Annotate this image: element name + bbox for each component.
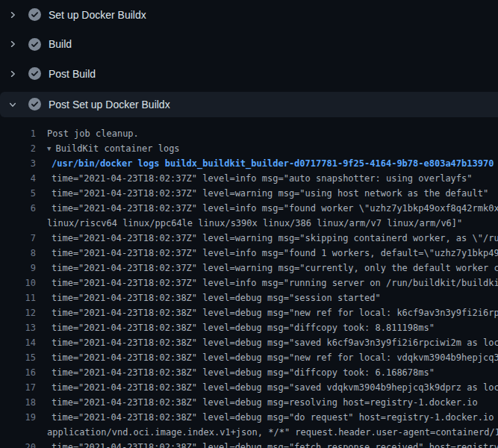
chevron-right-icon[interactable]: [7, 69, 18, 79]
log-line-number[interactable]: 7: [0, 231, 36, 246]
log-line-text: time="2021-04-23T18:02:37Z" level=warnin…: [36, 231, 498, 246]
log-line-text: time="2021-04-23T18:02:37Z" level=info m…: [36, 201, 498, 216]
log-group-toggle[interactable]: ▼BuildKit container logs: [36, 141, 180, 156]
log-line-number: [0, 425, 36, 440]
step-title: Set up Docker Buildx: [49, 9, 146, 21]
log-line-number[interactable]: 10: [0, 276, 36, 290]
log-line-text: time="2021-04-23T18:02:38Z" level=debug …: [36, 305, 498, 320]
step-header-post-build[interactable]: Post Build: [0, 59, 498, 89]
actions-log-viewer: Set up Docker Buildx Build P: [0, 0, 498, 448]
log-row: 14 time="2021-04-23T18:02:38Z" level=deb…: [0, 335, 498, 350]
step-title: Post Build: [49, 68, 96, 80]
log-row: 20 time="2021-04-23T18:02:38Z" level=deb…: [0, 440, 498, 448]
log-line-text: time="2021-04-23T18:02:38Z" level=debug …: [36, 350, 498, 365]
log-line-text: time="2021-04-23T18:02:38Z" level=debug …: [36, 395, 478, 410]
log-row: 13 time="2021-04-23T18:02:38Z" level=deb…: [0, 320, 498, 335]
log-line-number[interactable]: 18: [0, 395, 36, 410]
log-line-text: time="2021-04-23T18:02:38Z" level=debug …: [36, 365, 435, 380]
log-row: 5 time="2021-04-23T18:02:37Z" level=warn…: [0, 186, 498, 201]
log-row: application/vnd.oci.image.index.v1+json,…: [0, 425, 498, 440]
log-line-number[interactable]: 20: [0, 440, 36, 448]
log-line-number[interactable]: 11: [0, 290, 36, 305]
log-row: 16 time="2021-04-23T18:02:38Z" level=deb…: [0, 365, 498, 380]
check-circle-icon: [28, 98, 41, 111]
log-line-text: Post job cleanup.: [36, 126, 139, 141]
log-line-number[interactable]: 9: [0, 261, 36, 276]
log-line-text: time="2021-04-23T18:02:37Z" level=warnin…: [36, 186, 488, 201]
log-output: 1 Post job cleanup. 2 ▼BuildKit containe…: [0, 117, 498, 448]
log-line-text: time="2021-04-23T18:02:38Z" level=debug …: [36, 320, 435, 335]
step-title: Build: [49, 38, 72, 50]
log-row: 11 time="2021-04-23T18:02:38Z" level=deb…: [0, 290, 498, 305]
log-row: 15 time="2021-04-23T18:02:38Z" level=deb…: [0, 350, 498, 365]
log-row: 3 /usr/bin/docker logs buildx_buildkit_b…: [0, 156, 498, 171]
step-header-set-up-docker-buildx[interactable]: Set up Docker Buildx: [0, 0, 498, 30]
log-row: 10 time="2021-04-23T18:02:37Z" level=inf…: [0, 276, 498, 290]
step-header-build[interactable]: Build: [0, 30, 498, 60]
log-row: 1 Post job cleanup.: [0, 126, 498, 141]
log-line-number[interactable]: 16: [0, 365, 36, 380]
log-line-number: [0, 216, 36, 231]
log-line-number[interactable]: 6: [0, 201, 36, 216]
check-circle-icon: [28, 38, 41, 51]
log-row: 4 time="2021-04-23T18:02:37Z" level=info…: [0, 171, 498, 186]
log-command-text: /usr/bin/docker logs buildx_buildkit_bui…: [36, 156, 494, 171]
log-line-number[interactable]: 19: [0, 410, 36, 425]
log-row: 17 time="2021-04-23T18:02:38Z" level=deb…: [0, 380, 498, 395]
log-row: 6 time="2021-04-23T18:02:37Z" level=info…: [0, 201, 498, 216]
log-line-number[interactable]: 15: [0, 350, 36, 365]
log-row: 18 time="2021-04-23T18:02:38Z" level=deb…: [0, 395, 498, 410]
log-line-text: time="2021-04-23T18:02:38Z" level=debug …: [36, 380, 498, 395]
log-line-text: time="2021-04-23T18:02:38Z" level=debug …: [36, 335, 498, 350]
step-title: Post Set up Docker Buildx: [49, 99, 170, 111]
log-line-text: time="2021-04-23T18:02:37Z" level=warnin…: [36, 261, 498, 276]
check-circle-icon: [28, 67, 41, 80]
chevron-down-icon[interactable]: [7, 99, 18, 110]
chevron-right-icon[interactable]: [7, 10, 18, 20]
log-row: 12 time="2021-04-23T18:02:38Z" level=deb…: [0, 305, 498, 320]
log-row: 2 ▼BuildKit container logs: [0, 141, 498, 156]
log-line-text: time="2021-04-23T18:02:38Z" level=debug …: [36, 440, 498, 448]
group-caret-icon[interactable]: ▼: [47, 141, 51, 156]
log-line-text: time="2021-04-23T18:02:38Z" level=debug …: [36, 410, 498, 425]
log-row: linux/riscv64 linux/ppc64le linux/s390x …: [0, 216, 498, 231]
log-row: 9 time="2021-04-23T18:02:37Z" level=warn…: [0, 261, 498, 276]
log-line-number[interactable]: 2: [0, 141, 36, 156]
log-row: 19 time="2021-04-23T18:02:38Z" level=deb…: [0, 410, 498, 425]
log-line-text: time="2021-04-23T18:02:37Z" level=info m…: [36, 246, 498, 261]
log-line-text: time="2021-04-23T18:02:38Z" level=debug …: [36, 290, 381, 305]
log-line-number[interactable]: 14: [0, 335, 36, 350]
log-line-text: time="2021-04-23T18:02:37Z" level=info m…: [36, 276, 498, 290]
log-line-number[interactable]: 13: [0, 320, 36, 335]
log-line-number[interactable]: 17: [0, 380, 36, 395]
log-row: 8 time="2021-04-23T18:02:37Z" level=info…: [0, 246, 498, 261]
log-line-text: application/vnd.oci.image.index.v1+json,…: [36, 425, 498, 440]
log-line-number[interactable]: 12: [0, 305, 36, 320]
step-list: Set up Docker Buildx Build P: [0, 0, 498, 117]
step-header-post-set-up-docker-buildx[interactable]: Post Set up Docker Buildx: [0, 92, 498, 117]
check-circle-icon: [28, 8, 41, 21]
log-group-label[interactable]: BuildKit container logs: [55, 143, 179, 154]
log-line-text: time="2021-04-23T18:02:37Z" level=info m…: [36, 171, 473, 186]
log-row: 7 time="2021-04-23T18:02:37Z" level=warn…: [0, 231, 498, 246]
log-line-number[interactable]: 4: [0, 171, 36, 186]
log-line-number[interactable]: 1: [0, 126, 36, 141]
log-line-text: linux/riscv64 linux/ppc64le linux/s390x …: [36, 216, 462, 231]
chevron-right-icon[interactable]: [7, 39, 18, 49]
log-line-number[interactable]: 8: [0, 246, 36, 261]
log-line-number[interactable]: 3: [0, 156, 36, 171]
log-line-number[interactable]: 5: [0, 186, 36, 201]
